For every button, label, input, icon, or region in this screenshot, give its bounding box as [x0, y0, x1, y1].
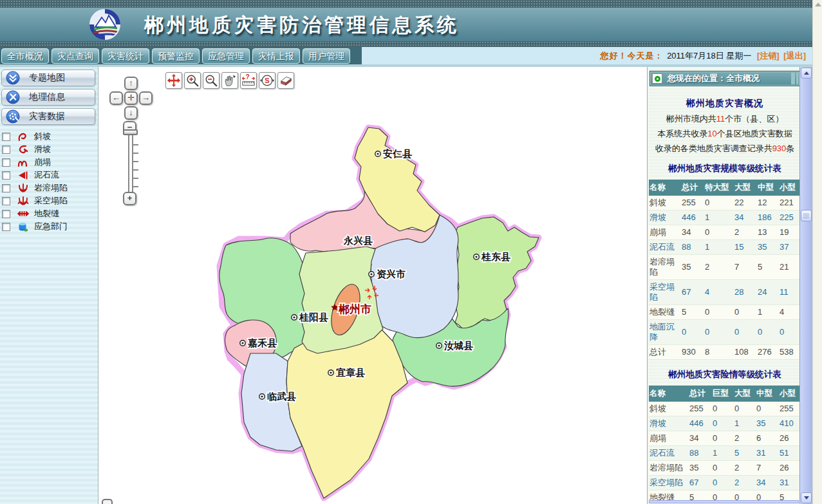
cell-value: 0: [757, 320, 779, 345]
cell-value: 24: [757, 280, 779, 305]
nav-tab-4[interactable]: 预警监控: [152, 48, 200, 64]
map-zoom-slider-thumb[interactable]: [123, 129, 138, 135]
map-pan-up-button[interactable]: ↑: [124, 77, 138, 90]
cell-value: 225: [779, 210, 801, 225]
nav-tab-1[interactable]: 全市概况: [1, 48, 49, 64]
layer-row-4[interactable]: 泥石流: [2, 169, 98, 182]
cell-value: 37: [779, 240, 801, 255]
cell-name: 地裂缝: [649, 490, 689, 501]
col-header: 特大型: [704, 180, 734, 196]
layer-label: 泥石流: [34, 169, 59, 181]
panel-hscrollbar[interactable]: [649, 500, 799, 503]
layer-checkbox[interactable]: [2, 223, 10, 231]
cell-value: 1: [712, 446, 734, 461]
layer-row-5[interactable]: 岩溶塌陷: [2, 182, 98, 194]
map-label-text: 安仁县: [383, 148, 412, 159]
cell-value: 0: [712, 402, 734, 416]
map-tool-pan-hand-icon[interactable]: [221, 72, 238, 89]
layer-checkbox[interactable]: [2, 145, 10, 154]
layer-checkbox[interactable]: [2, 133, 10, 141]
svg-text:S: S: [265, 77, 269, 84]
layer-row-6[interactable]: 采空塌陷: [2, 194, 98, 207]
exit-link[interactable]: [退出]: [783, 51, 806, 61]
cell-value: 31: [779, 476, 801, 490]
cell-value: 19: [779, 225, 801, 240]
overview-text: 收录的各类地质灾害调查记录共: [655, 144, 772, 153]
layer-checkbox[interactable]: [2, 158, 10, 167]
map-tool-zoom-out-icon[interactable]: [203, 72, 220, 89]
scroll-down-button[interactable]: [801, 492, 812, 503]
map-tool-zoom-in-icon[interactable]: [184, 72, 201, 89]
logout-link[interactable]: [注销]: [757, 51, 780, 61]
cell-value: 0: [756, 490, 779, 501]
scroll-thumb[interactable]: [801, 210, 812, 221]
cell-value: 67: [681, 280, 704, 305]
layer-checkbox[interactable]: [2, 184, 10, 192]
sidebar-section-2[interactable]: 地理信息: [1, 89, 95, 106]
map-zoom-slider-track[interactable]: [128, 135, 133, 192]
map-tool-scale-icon[interactable]: S: [259, 72, 276, 89]
map-pan-right-button[interactable]: →: [139, 91, 153, 105]
nav-tab-2[interactable]: 灾点查询: [51, 48, 99, 64]
cell-value: 108: [734, 345, 757, 360]
sidebar-section-1[interactable]: 专题地图: [1, 70, 95, 86]
layer-checkbox[interactable]: [2, 171, 10, 180]
nav-tab-7[interactable]: 用户管理: [303, 48, 350, 64]
col-header: 名称: [649, 386, 689, 402]
table-row: 岩溶塌陷3527521: [649, 255, 801, 280]
map-pan-left-button[interactable]: ←: [109, 91, 123, 105]
zoom-out-icon: [204, 73, 218, 88]
cell-value: 0: [712, 461, 734, 476]
layer-row-3[interactable]: 崩塌: [2, 156, 98, 169]
panel-scrollbar[interactable]: [799, 67, 812, 504]
table-row: 岩溶塌陷3502726: [649, 461, 801, 476]
slider-tick: [133, 186, 138, 187]
cell-value: 2: [734, 476, 756, 490]
table2-title: 郴州地质灾害险情等级统计表: [649, 369, 801, 380]
nav-tab-5[interactable]: 应急管理: [202, 48, 250, 64]
col-header: 大型: [734, 386, 756, 402]
layer-label: 岩溶塌陷: [34, 182, 68, 194]
cell-value: 0: [756, 402, 779, 416]
map-tool-pan-icon[interactable]: [165, 72, 182, 89]
cell-value: 0: [734, 320, 757, 345]
layer-label: 采空塌陷: [34, 195, 68, 207]
page-scrollbar[interactable]: [812, 0, 822, 504]
partial-button[interactable]: [102, 499, 113, 504]
cell-value: 5: [734, 446, 756, 461]
nav-tab-3[interactable]: 灾害统计: [102, 48, 149, 64]
table-row: 地裂缝50014: [649, 305, 801, 320]
layer-row-2[interactable]: 滑坡: [2, 143, 98, 156]
map-pan-down-button[interactable]: ↓: [124, 106, 138, 120]
cell-value: 21: [779, 255, 801, 280]
scale-grade-table: 名称总计特大型大型中型小型斜坡25502212221滑坡446134186225…: [649, 180, 801, 360]
cell-name: 地裂缝: [649, 305, 681, 320]
map-tool-measure-icon[interactable]: ?: [240, 72, 257, 89]
overview-number: 11: [716, 114, 725, 124]
sidebar-section-3[interactable]: 灾害数据: [1, 108, 95, 125]
cell-name: 岩溶塌陷: [649, 255, 681, 280]
map-label-text: 宜章县: [336, 367, 365, 378]
layer-row-7[interactable]: 地裂缝: [2, 207, 98, 220]
layer-row-8[interactable]: 应急部门: [2, 220, 98, 233]
table1-title: 郴州地质灾害规模等级统计表: [649, 163, 801, 174]
layer-checkbox[interactable]: [2, 197, 10, 205]
map-tool-eraser-icon[interactable]: [277, 72, 294, 89]
map-pan-center-button[interactable]: ✛: [124, 91, 138, 105]
cell-name: 岩溶塌陷: [649, 461, 689, 476]
slider-tick: [133, 144, 138, 145]
col-header: 中型: [757, 180, 779, 196]
nav-tab-6[interactable]: 灾情上报: [252, 48, 300, 64]
table-row: 斜坡25502212221: [649, 196, 801, 210]
map-zoom-in-step-button[interactable]: +: [123, 192, 136, 205]
cell-value: 0: [681, 320, 704, 345]
scroll-up-button[interactable]: [801, 68, 812, 79]
banner-bottom-texture: [0, 41, 812, 47]
layer-row-1[interactable]: 斜坡: [2, 130, 98, 143]
map-label-text: 资兴市: [377, 268, 406, 279]
map-pane[interactable]: 安仁县永兴县资兴市桂东县汝城县桂阳县嘉禾县临武县宜章县郴州市 ↑ ← ✛ → ↓…: [99, 67, 647, 504]
cell-value: 35: [757, 240, 779, 255]
layer-checkbox[interactable]: [2, 210, 10, 218]
cell-value: 410: [779, 416, 801, 431]
cell-value: 13: [757, 225, 779, 240]
